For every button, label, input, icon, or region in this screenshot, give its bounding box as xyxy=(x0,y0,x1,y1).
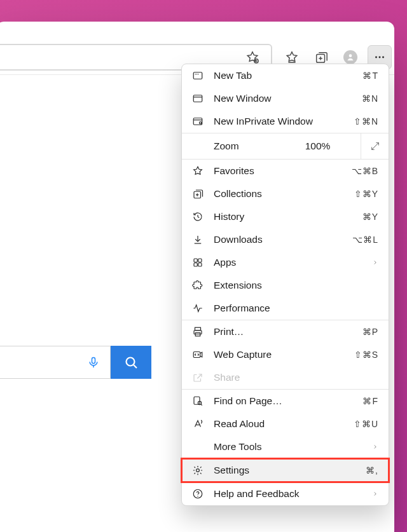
zoom-in-button[interactable] xyxy=(347,140,359,152)
menu-history[interactable]: History ⌘Y xyxy=(182,205,389,228)
svg-point-16 xyxy=(195,74,196,74)
menu-find-on-page[interactable]: Find on Page… ⌘F xyxy=(182,390,389,413)
svg-point-17 xyxy=(197,74,197,74)
zoom-label: Zoom xyxy=(214,140,275,152)
search-button[interactable] xyxy=(111,346,151,379)
svg-rect-33 xyxy=(198,259,202,262)
menu-shortcut: ⇧⌘Y xyxy=(354,189,378,199)
settings-icon xyxy=(191,463,205,477)
extensions-icon xyxy=(191,278,205,292)
fullscreen-button[interactable] xyxy=(361,133,389,159)
svg-rect-36 xyxy=(195,327,201,331)
menu-new-tab[interactable]: New Tab ⌘T xyxy=(182,64,389,87)
menu-performance[interactable]: Performance xyxy=(182,297,389,320)
zoom-value: 100% xyxy=(303,140,333,152)
new-window-icon xyxy=(191,92,205,106)
chevron-right-icon xyxy=(372,488,378,500)
menu-web-capture[interactable]: Web Capture ⇧⌘S xyxy=(182,343,389,366)
svg-line-14 xyxy=(134,365,137,368)
menu-label: History xyxy=(214,211,354,222)
share-icon xyxy=(191,371,205,385)
menu-new-window[interactable]: New Window ⌘N xyxy=(182,87,389,110)
svg-point-7 xyxy=(349,54,352,57)
svg-point-8 xyxy=(375,56,377,58)
apps-icon xyxy=(191,256,205,269)
svg-rect-19 xyxy=(193,95,202,102)
menu-shortcut: ⌘, xyxy=(366,465,378,475)
web-capture-icon xyxy=(191,348,205,362)
menu-label: New Window xyxy=(214,93,353,104)
menu-extensions[interactable]: Extensions xyxy=(182,274,389,297)
menu-shortcut: ⇧⌘N xyxy=(354,116,378,126)
menu-shortcut: ⌥⌘L xyxy=(352,235,378,245)
menu-favorites[interactable]: Favorites ⌥⌘B xyxy=(182,160,389,182)
downloads-icon xyxy=(191,233,205,247)
svg-point-9 xyxy=(379,56,381,58)
svg-point-13 xyxy=(127,358,135,366)
svg-rect-40 xyxy=(194,397,200,404)
menu-label: New InPrivate Window xyxy=(214,116,345,127)
svg-rect-15 xyxy=(193,72,202,79)
menu-shortcut: ⌥⌘B xyxy=(352,166,378,176)
menu-shortcut: ⇧⌘U xyxy=(354,419,378,429)
menu-shortcut: ⇧⌘S xyxy=(354,350,378,360)
menu-label: Collections xyxy=(214,188,345,200)
svg-rect-32 xyxy=(194,259,197,262)
history-icon xyxy=(191,210,205,224)
menu-label: Web Capture xyxy=(214,349,345,360)
menu-label: Read Aloud xyxy=(214,418,345,430)
menu-more-tools[interactable]: More Tools xyxy=(182,435,389,458)
help-icon xyxy=(191,487,205,501)
svg-rect-35 xyxy=(198,263,202,266)
menu-shortcut: ⌘Y xyxy=(362,212,378,222)
inprivate-icon xyxy=(191,114,205,128)
svg-point-18 xyxy=(198,74,198,74)
favorites-icon xyxy=(191,164,205,178)
menu-read-aloud[interactable]: Read Aloud ⇧⌘U xyxy=(182,413,389,435)
menu-apps[interactable]: Apps xyxy=(182,251,389,274)
collections-icon xyxy=(191,187,205,201)
menu-new-inprivate[interactable]: New InPrivate Window ⇧⌘N xyxy=(182,110,389,133)
menu-shortcut: ⌘N xyxy=(362,93,378,104)
chevron-right-icon xyxy=(372,441,378,453)
menu-help-feedback[interactable]: Help and Feedback xyxy=(182,482,389,505)
menu-print[interactable]: Print… ⌘P xyxy=(182,320,389,343)
menu-settings[interactable]: Settings ⌘, xyxy=(182,459,389,482)
menu-label: More Tools xyxy=(214,441,363,453)
read-aloud-icon xyxy=(191,417,205,431)
menu-share: Share xyxy=(182,366,389,389)
new-tab-icon xyxy=(191,69,205,83)
menu-label: Performance xyxy=(214,303,378,314)
menu-shortcut: ⌘F xyxy=(362,396,378,406)
print-icon xyxy=(191,325,205,339)
menu-zoom: Zoom 100% xyxy=(182,133,389,159)
svg-rect-11 xyxy=(92,358,95,364)
browser-menu: New Tab ⌘T New Window ⌘N New InPrivate W… xyxy=(181,64,389,506)
menu-label: Find on Page… xyxy=(214,395,354,407)
zoom-controls: 100% xyxy=(275,140,361,152)
search-row xyxy=(0,346,151,379)
menu-label: New Tab xyxy=(214,70,354,81)
performance-icon xyxy=(191,301,205,315)
svg-rect-34 xyxy=(194,263,197,266)
menu-shortcut: ⌘P xyxy=(362,327,378,337)
menu-shortcut: ⌘T xyxy=(362,71,378,81)
search-input[interactable] xyxy=(0,346,111,379)
menu-label: Share xyxy=(214,372,378,383)
menu-label: Favorites xyxy=(214,165,343,177)
svg-point-10 xyxy=(382,56,384,58)
svg-point-46 xyxy=(197,496,198,497)
menu-downloads[interactable]: Downloads ⌥⌘L xyxy=(182,228,389,251)
menu-label: Apps xyxy=(214,257,363,268)
menu-collections[interactable]: Collections ⇧⌘Y xyxy=(182,182,389,205)
menu-label: Extensions xyxy=(214,280,378,291)
menu-label: Settings xyxy=(214,465,357,476)
zoom-out-button[interactable] xyxy=(277,140,289,152)
svg-point-44 xyxy=(197,469,200,472)
find-icon xyxy=(191,394,205,408)
menu-label: Downloads xyxy=(214,234,343,245)
mic-icon[interactable] xyxy=(82,351,105,374)
svg-line-42 xyxy=(201,404,202,406)
menu-label: Print… xyxy=(214,326,354,338)
menu-label: Help and Feedback xyxy=(214,488,363,500)
